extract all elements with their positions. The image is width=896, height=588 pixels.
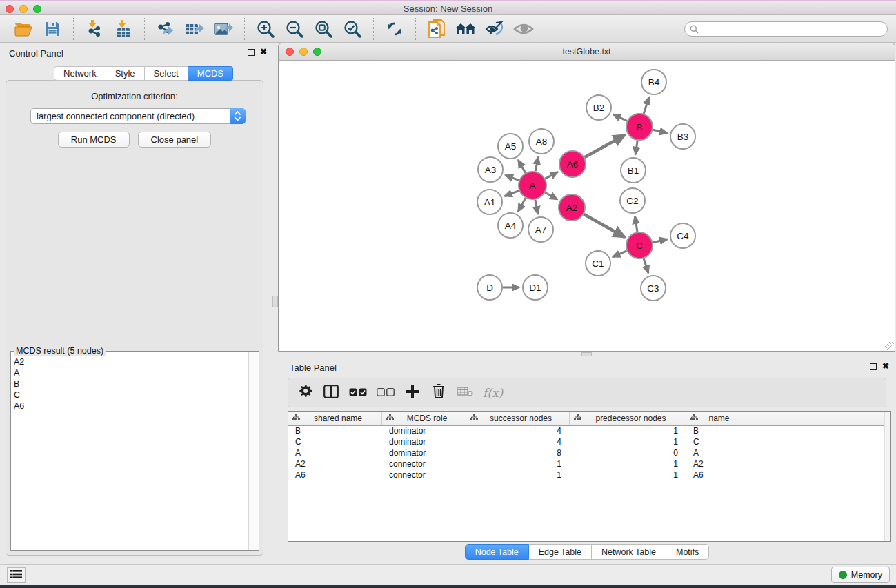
column-header-predecessor-nodes[interactable]: predecessor nodes: [570, 412, 686, 425]
edge-A-A5[interactable]: [518, 160, 525, 173]
cell-name[interactable]: C: [686, 437, 746, 448]
refresh-network-button[interactable]: [382, 18, 407, 40]
edge-C-C2[interactable]: [635, 216, 637, 232]
vertical-splitter-handle[interactable]: [272, 296, 278, 307]
import-table-button[interactable]: [111, 18, 136, 40]
column-header-shared-name[interactable]: shared name: [288, 412, 382, 425]
tab-select[interactable]: Select: [145, 66, 188, 81]
cell-mcds-role[interactable]: connector: [382, 459, 466, 470]
table-row[interactable]: Bdominator41B: [288, 426, 890, 437]
tab-node-table[interactable]: Node Table: [465, 544, 529, 560]
graph-node-A4[interactable]: A4: [498, 213, 523, 238]
mcds-result-item[interactable]: B: [14, 378, 248, 389]
deselect-all-rows-button[interactable]: [377, 383, 395, 403]
graph-node-A5[interactable]: A5: [498, 134, 523, 159]
edge-B-B3[interactable]: [653, 130, 668, 133]
delete-column-button[interactable]: [430, 383, 447, 403]
graph-node-D[interactable]: D: [477, 275, 502, 300]
cell-name[interactable]: A2: [686, 459, 746, 470]
zoom-out-button[interactable]: [282, 18, 307, 40]
edge-B-B4[interactable]: [644, 97, 649, 114]
cell-shared-name[interactable]: A6: [288, 470, 382, 481]
close-panel-icon[interactable]: ✖: [260, 47, 267, 57]
graph-node-C[interactable]: C: [626, 232, 653, 258]
table-row[interactable]: Adominator80A: [288, 448, 890, 459]
zoom-in-button[interactable]: [253, 18, 278, 40]
edge-C-C3[interactable]: [644, 258, 648, 273]
edge-C-C4[interactable]: [653, 239, 668, 243]
cell-shared-name[interactable]: B: [288, 426, 382, 437]
close-panel-button[interactable]: Close panel: [138, 132, 212, 148]
tab-motifs[interactable]: Motifs: [666, 544, 709, 560]
open-session-button[interactable]: [11, 18, 36, 40]
table-row[interactable]: Cdominator41C: [288, 437, 890, 448]
edge-A-A3[interactable]: [506, 175, 519, 180]
delete-table-button[interactable]: [457, 383, 473, 403]
cell-mcds-role[interactable]: connector: [382, 470, 466, 481]
table-scrollbar[interactable]: [884, 412, 890, 541]
cell-predecessor-nodes[interactable]: 1: [570, 470, 686, 481]
home-view-button[interactable]: [453, 18, 478, 40]
cell-mcds-role[interactable]: dominator: [382, 437, 466, 448]
edge-A-A2[interactable]: [545, 192, 557, 199]
cell-predecessor-nodes[interactable]: 1: [570, 459, 686, 470]
save-session-button[interactable]: [40, 18, 65, 40]
apply-function-button[interactable]: f(x): [483, 383, 503, 403]
column-header-successor-nodes[interactable]: successor nodes: [466, 412, 570, 425]
tab-style[interactable]: Style: [106, 66, 145, 81]
graph-node-A2[interactable]: A2: [559, 194, 585, 221]
toggle-columns-button[interactable]: [323, 383, 339, 403]
cell-successor-nodes[interactable]: 4: [466, 426, 570, 437]
column-header-name[interactable]: name: [686, 412, 746, 425]
cell-mcds-role[interactable]: dominator: [382, 426, 466, 437]
mcds-result-item[interactable]: A: [14, 367, 248, 378]
resize-grip-icon[interactable]: [885, 341, 894, 350]
mcds-result-item[interactable]: A6: [14, 401, 248, 412]
close-table-panel-icon[interactable]: ✖: [882, 361, 889, 371]
edge-C-C1[interactable]: [613, 251, 627, 257]
cell-predecessor-nodes[interactable]: 0: [570, 448, 686, 459]
graph-node-A8[interactable]: A8: [529, 129, 554, 154]
graph-node-C2[interactable]: C2: [620, 188, 645, 213]
network-canvas[interactable]: AA6A2BCA1A3A4A5A7A8B1B2B3B4C1C2C3C4DD1: [279, 61, 895, 351]
cell-name[interactable]: A6: [686, 470, 746, 481]
column-header-mcds-role[interactable]: MCDS role: [382, 412, 466, 425]
graph-node-B[interactable]: B: [626, 114, 653, 140]
cell-mcds-role[interactable]: dominator: [382, 448, 466, 459]
mcds-result-item[interactable]: A2: [14, 356, 248, 367]
task-history-button[interactable]: [7, 567, 26, 583]
clone-network-button[interactable]: [424, 18, 449, 40]
edge-A-A7[interactable]: [535, 200, 538, 214]
graph-node-C1[interactable]: C1: [586, 251, 610, 276]
show-graphics-button[interactable]: [511, 18, 536, 40]
memory-button[interactable]: Memory: [831, 567, 890, 583]
graph-node-A6[interactable]: A6: [559, 151, 586, 177]
graph-node-B3[interactable]: B3: [670, 124, 695, 149]
tab-mcds[interactable]: MCDS: [188, 66, 233, 81]
cell-name[interactable]: B: [686, 426, 746, 437]
mcds-result-scrollbar[interactable]: [248, 352, 259, 550]
create-column-button[interactable]: [404, 383, 421, 403]
edge-A-A4[interactable]: [518, 198, 526, 211]
graph-node-C3[interactable]: C3: [641, 276, 666, 301]
cell-shared-name[interactable]: A: [288, 448, 382, 459]
cell-successor-nodes[interactable]: 4: [466, 437, 570, 448]
tab-network[interactable]: Network: [54, 66, 106, 81]
criterion-select[interactable]: largest connected component (directed): [30, 108, 246, 124]
edge-B-B1[interactable]: [635, 141, 637, 154]
edge-A-A6[interactable]: [546, 172, 558, 179]
zoom-fit-button[interactable]: [311, 18, 336, 40]
zoom-selected-button[interactable]: [340, 18, 365, 40]
export-table-button[interactable]: [182, 18, 207, 40]
table-settings-button[interactable]: [297, 383, 313, 403]
edge-A-A1[interactable]: [504, 191, 519, 196]
cell-shared-name[interactable]: A2: [288, 459, 382, 470]
export-image-button[interactable]: [211, 18, 236, 40]
network-graph[interactable]: AA6A2BCA1A3A4A5A7A8B1B2B3B4C1C2C3C4DD1: [279, 61, 895, 351]
graph-node-A3[interactable]: A3: [478, 157, 503, 182]
hide-details-button[interactable]: [482, 18, 507, 40]
graph-node-A1[interactable]: A1: [477, 190, 502, 214]
tab-network-table[interactable]: Network Table: [592, 544, 666, 560]
cell-shared-name[interactable]: C: [288, 437, 382, 448]
cell-successor-nodes[interactable]: 1: [466, 470, 570, 481]
